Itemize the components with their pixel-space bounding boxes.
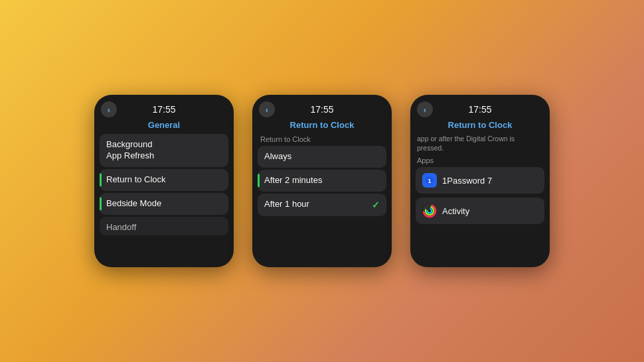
list-item-background-app-refresh[interactable]: Background App Refresh (100, 134, 228, 167)
list-item-bedside-mode[interactable]: Bedside Mode (100, 193, 228, 215)
watch-screen-3: ‹ 17:55 Return to Clock app or after the… (410, 95, 550, 267)
list-item-after-1-hour[interactable]: After 1 hour ✓ (258, 194, 386, 216)
apps-label: Apps (416, 156, 544, 167)
app-item-activity[interactable]: Activity (416, 198, 544, 224)
svg-text:1: 1 (428, 178, 431, 184)
back-button-1[interactable]: ‹ (101, 101, 117, 117)
screen1-time: 17:55 (152, 104, 175, 115)
screen3-title: Return to Clock (416, 120, 544, 130)
screen1-title: General (100, 120, 228, 130)
screen2-section-label: Return to Clock (258, 134, 386, 146)
screen1-list: Background App Refresh Return to Clock B… (100, 134, 228, 262)
back-button-3[interactable]: ‹ (417, 101, 433, 117)
app-item-1password[interactable]: 1 1Password 7 (416, 167, 544, 194)
screen1-header: ‹ 17:55 (100, 101, 228, 117)
after-1-hour-label: After 1 hour (264, 199, 309, 210)
screen3-time: 17:55 (468, 104, 491, 115)
list-item-always[interactable]: Always (258, 146, 386, 168)
checkmark-icon: ✓ (372, 199, 380, 211)
1password-label: 1Password 7 (442, 176, 492, 186)
list-item-after-2-minutes[interactable]: After 2 minutes (258, 170, 386, 192)
watch-screen-2: ‹ 17:55 Return to Clock Return to Clock … (252, 95, 392, 267)
list-item-return-to-clock[interactable]: Return to Clock (100, 169, 228, 191)
activity-label: Activity (442, 206, 469, 216)
activity-icon (422, 204, 437, 218)
screen3-description: app or after the Digital Crown is presse… (416, 134, 544, 156)
screen2-title: Return to Clock (258, 120, 386, 130)
1password-icon: 1 (422, 173, 437, 188)
watch-screen-1: ‹ 17:55 General Background App Refresh R… (94, 95, 234, 267)
screen3-apps-list: 1 1Password 7 Activity (416, 167, 544, 262)
screen2-list: Always After 2 minutes After 1 hour ✓ (258, 146, 386, 262)
screen3-header: ‹ 17:55 (416, 101, 544, 117)
back-button-2[interactable]: ‹ (259, 101, 275, 117)
list-item-handoff[interactable]: Handoff (100, 217, 228, 235)
screen2-header: ‹ 17:55 (258, 101, 386, 117)
screen2-time: 17:55 (310, 104, 333, 115)
